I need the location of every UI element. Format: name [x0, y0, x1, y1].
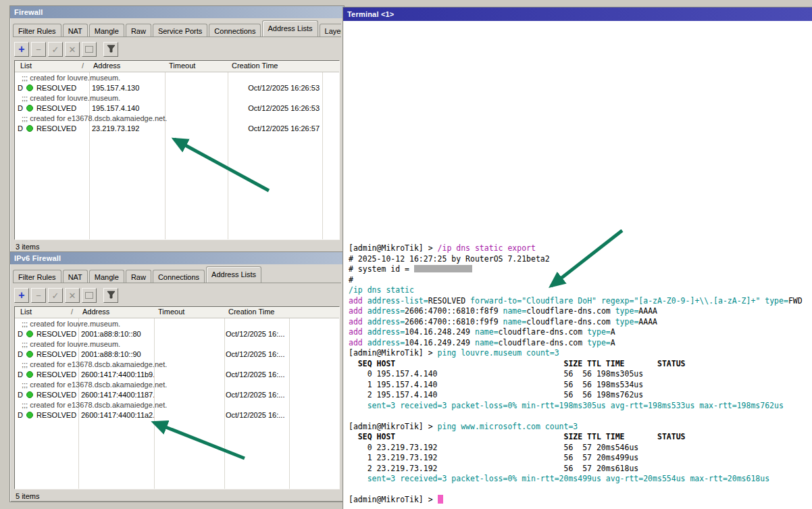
column-header-list[interactable]: List/	[15, 61, 89, 72]
terminal-text-segment: [admin@MikroTik] >	[349, 243, 438, 253]
column-header-label: Timeout	[158, 308, 184, 318]
filter-button[interactable]	[103, 288, 118, 303]
terminal-line: [admin@MikroTik] > /ip dns static export	[349, 243, 812, 254]
comment-row[interactable]: ;;; created for louvre.museum.	[15, 339, 339, 349]
terminal-text-segment: ping louvre.museum count=3	[438, 348, 559, 358]
terminal-line: 0 23.219.73.192 56 57 20ms546us	[349, 443, 812, 454]
firewall-titlebar[interactable]: Firewall	[10, 6, 344, 18]
column-header-label: List	[20, 62, 32, 72]
address-list-row[interactable]: DRESOLVED2600:1417:4400:11b9...Oct/12/20…	[15, 369, 339, 379]
comment-row[interactable]: ;;; created for e13678.dscb.akamaiedge.n…	[15, 359, 339, 369]
terminal-text-segment: # 2025-10-12 16:27:25 by RouterOS 7.21be…	[349, 254, 550, 264]
firewall-address-list-table[interactable]: List/AddressTimeoutCreation Time;;; crea…	[14, 60, 340, 240]
column-header-creation-time[interactable]: Creation Time	[228, 61, 322, 72]
tab-nat[interactable]: NAT	[63, 270, 88, 283]
list-name: RESOLVED	[36, 350, 76, 358]
terminal-text-segment: address=	[367, 338, 405, 347]
tab-filter-rules[interactable]: Filter Rules	[13, 24, 61, 37]
terminal-text-segment: add	[349, 306, 367, 316]
remove-button[interactable]: −	[31, 288, 46, 303]
tab-service-ports[interactable]: Service Ports	[153, 24, 207, 37]
remove-button[interactable]: −	[31, 42, 46, 57]
terminal-text-segment: name=	[475, 327, 499, 337]
address-cell: 2600:1417:4400:11a2...	[78, 411, 154, 419]
address-cell: 23.219.73.192	[89, 124, 165, 132]
address-list-row[interactable]: DRESOLVED2001:a88:8:10::90Oct/12/2025 16…	[15, 349, 339, 359]
list-name: RESOLVED	[36, 411, 76, 419]
column-header-address[interactable]: Address	[89, 61, 165, 72]
address-list-row[interactable]: DRESOLVED2600:1417:4400:1187...Oct/12/20…	[15, 389, 339, 399]
tab-layer7-protocols[interactable]: Layer7 Protocols	[320, 24, 341, 37]
tab-mangle[interactable]: Mangle	[89, 270, 124, 283]
list-cell: DRESOLVED	[15, 104, 89, 112]
comment-row[interactable]: ;;; created for louvre.museum.	[15, 93, 339, 103]
terminal-output[interactable]: [admin@MikroTik] > /ip dns static export…	[344, 21, 812, 509]
firewall-window: Firewall Filter RulesNATMangleRawService…	[9, 5, 345, 253]
tab-address-lists[interactable]: Address Lists	[262, 20, 318, 37]
comment-button[interactable]	[82, 42, 97, 57]
disable-button[interactable]: ✕	[65, 42, 80, 57]
comment-row[interactable]: ;;; created for louvre.museum.	[15, 318, 339, 329]
tab-connections[interactable]: Connections	[153, 270, 205, 283]
add-button[interactable]: +	[14, 288, 29, 303]
column-header-creation-time[interactable]: Creation Time	[224, 307, 289, 318]
terminal-titlebar[interactable]: Terminal <1>	[343, 7, 812, 21]
comment-row[interactable]: ;;; created for e13678.dscb.akamaiedge.n…	[15, 399, 339, 410]
terminal-text-segment: ping www.microsoft.com count=3	[438, 422, 578, 431]
comment-text: ;;; created for louvre.museum.	[22, 74, 120, 82]
ipv6-item-count: 5 items	[16, 492, 39, 500]
ipv6-firewall-title: IPv6 Firewall	[14, 254, 61, 262]
terminal-text-segment: cloudflare-dns.com	[499, 338, 588, 347]
creation-time-cell: Oct/12/2025 16:...	[224, 350, 289, 358]
tab-filter-rules[interactable]: Filter Rules	[13, 270, 61, 283]
column-header-address[interactable]: Address	[78, 307, 154, 318]
address-list-row[interactable]: DRESOLVED23.219.73.192Oct/12/2025 16:26:…	[15, 123, 339, 133]
terminal-text-segment: type=	[615, 306, 639, 316]
terminal-text-segment: cloudflare-dns.com	[526, 317, 615, 326]
status-dot-icon	[26, 125, 33, 132]
terminal-text-segment: address=	[367, 327, 405, 337]
address-cell: 195.157.4.140	[89, 104, 165, 112]
list-name: RESOLVED	[36, 330, 76, 338]
enable-button[interactable]: ✓	[48, 42, 63, 57]
ipv6-address-list-table[interactable]: List/AddressTimeoutCreation Time;;; crea…	[14, 306, 340, 489]
address-list-row[interactable]: DRESOLVED2001:a88:8:10::80Oct/12/2025 16…	[15, 329, 339, 339]
comment-row[interactable]: ;;; created for louvre.museum.	[15, 72, 339, 82]
column-header-timeout[interactable]: Timeout	[165, 61, 228, 72]
tab-raw[interactable]: Raw	[126, 24, 151, 37]
tab-address-lists[interactable]: Address Lists	[206, 266, 261, 283]
add-button[interactable]: +	[14, 42, 29, 57]
column-header-list[interactable]: List/	[15, 307, 78, 318]
address-list-row[interactable]: DRESOLVED2600:1417:4400:11a2...Oct/12/20…	[15, 410, 339, 420]
tab-connections[interactable]: Connections	[209, 24, 261, 37]
comment-text: ;;; created for louvre.museum.	[22, 340, 120, 348]
address-list-row[interactable]: DRESOLVED195.157.4.140Oct/12/2025 16:26:…	[15, 103, 339, 113]
firewall-rows: ;;; created for louvre.museum.DRESOLVED1…	[15, 72, 339, 133]
firewall-title: Firewall	[14, 8, 43, 16]
terminal-line	[349, 485, 812, 495]
disable-button[interactable]: ✕	[65, 288, 80, 303]
status-dot-icon	[26, 105, 33, 112]
ipv6-firewall-toolbar: +−✓✕	[10, 283, 344, 303]
terminal-text-segment: 0 23.219.73.192 56 57 20ms546us	[349, 443, 638, 452]
terminal-text-segment: 0 195.157.4.140 56 56 198ms305us	[349, 369, 643, 379]
creation-time-cell: Oct/12/2025 16:...	[224, 330, 289, 338]
comment-text: ;;; created for e13678.dscb.akamaiedge.n…	[22, 360, 167, 368]
column-header-timeout[interactable]: Timeout	[154, 307, 224, 318]
tab-raw[interactable]: Raw	[126, 270, 151, 283]
comment-text: ;;; created for louvre.museum.	[22, 320, 120, 328]
filter-button[interactable]	[103, 42, 118, 57]
terminal-window: Terminal <1> [admin@MikroTik] > /ip dns …	[342, 7, 812, 509]
comment-button[interactable]	[82, 288, 97, 303]
terminal-text-segment: sent=3 received=3 packet-loss=0% min-rtt…	[349, 401, 784, 410]
enable-button[interactable]: ✓	[48, 288, 63, 303]
tab-nat[interactable]: NAT	[63, 24, 88, 37]
ipv6-firewall-titlebar[interactable]: IPv6 Firewall	[10, 252, 344, 264]
comment-row[interactable]: ;;; created for e13678.dscb.akamaiedge.n…	[15, 379, 339, 389]
terminal-text-segment: add	[349, 327, 367, 337]
tab-mangle[interactable]: Mangle	[89, 24, 124, 37]
dynamic-flag: D	[15, 124, 24, 132]
address-list-row[interactable]: DRESOLVED195.157.4.130Oct/12/2025 16:26:…	[15, 82, 339, 93]
terminal-line: [admin@MikroTik] > ping louvre.museum co…	[349, 348, 812, 359]
comment-row[interactable]: ;;; created for e13678.dscb.akamaiedge.n…	[15, 113, 339, 123]
